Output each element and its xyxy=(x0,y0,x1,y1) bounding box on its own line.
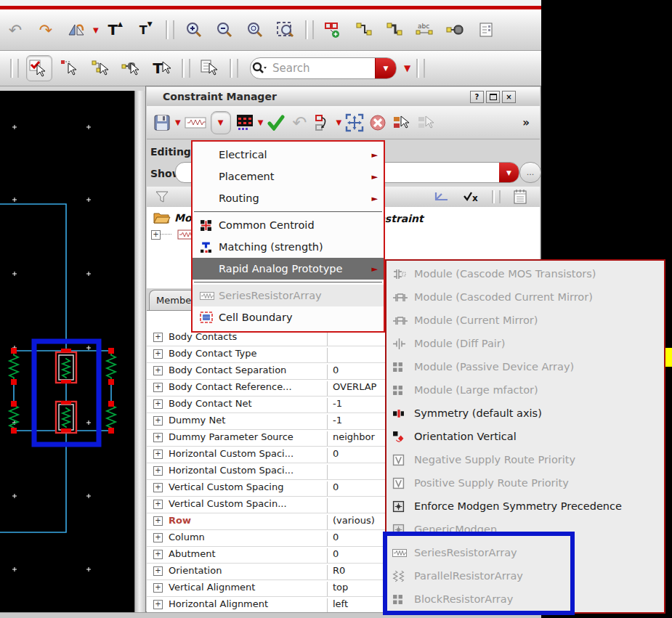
expand-icon[interactable]: + xyxy=(153,533,163,542)
toolbar-grip[interactable] xyxy=(416,59,425,78)
hierarchy-dropdown-icon[interactable]: ▼ xyxy=(336,118,341,126)
save-icon[interactable] xyxy=(153,112,171,134)
save-dropdown-icon[interactable]: ▼ xyxy=(175,118,181,126)
restore-button[interactable] xyxy=(486,91,500,103)
zoom-out-icon[interactable] xyxy=(212,17,237,42)
menu-item-electrical[interactable]: Electrical► xyxy=(193,144,384,166)
query-form-icon[interactable] xyxy=(198,56,222,81)
expand-icon[interactable]: + xyxy=(153,416,163,426)
expand-icon[interactable]: + xyxy=(153,583,163,593)
expand-icon[interactable]: + xyxy=(153,600,163,609)
search-input[interactable]: Search ▼ xyxy=(250,57,397,79)
text-smaller-button[interactable]: T ▼ xyxy=(134,17,158,42)
show-browse-button[interactable]: ... xyxy=(519,162,541,183)
zoom-fit-icon[interactable] xyxy=(243,17,267,42)
add-instance-icon[interactable] xyxy=(321,17,346,42)
create-label-icon[interactable]: abc xyxy=(413,17,437,42)
redo-icon[interactable]: ↷ xyxy=(33,17,58,42)
probe-icon[interactable] xyxy=(443,17,468,42)
expand-icon[interactable]: + xyxy=(153,550,163,559)
selected-instance-box-1[interactable] xyxy=(56,352,76,383)
stop-icon[interactable] xyxy=(368,112,387,134)
revert-icon[interactable]: ↶ xyxy=(290,112,309,134)
create-bus-icon[interactable] xyxy=(382,17,407,42)
submenu-item-module-diff-pair[interactable]: Module (Diff Pair) xyxy=(386,332,664,355)
create-wire-icon[interactable] xyxy=(352,17,376,42)
tree-expand-icon[interactable]: + xyxy=(151,230,161,240)
undo-icon[interactable]: ↶ xyxy=(3,17,28,42)
menu-item-common-centroid[interactable]: Common Centroid xyxy=(193,214,384,236)
expand-icon[interactable]: + xyxy=(153,366,163,375)
submenu-item-module-cascoded-current-mirror[interactable]: Module (Cascoded Current Mirror) xyxy=(386,285,664,309)
common-centroid-button[interactable] xyxy=(235,112,254,134)
expand-icon[interactable]: + xyxy=(153,399,163,409)
expand-icon[interactable]: + xyxy=(153,500,163,509)
zoom-to-fit-icon[interactable] xyxy=(345,112,364,134)
select-object-icon[interactable] xyxy=(58,56,83,81)
panel-splitter[interactable] xyxy=(134,91,146,612)
submenu-item-module-large-mfactor[interactable]: Module (Large mfactor) xyxy=(386,378,664,402)
menu-item-label: Matching (strength) xyxy=(219,241,378,253)
selected-instance-box-2[interactable] xyxy=(56,402,76,433)
submenu-item-orientation-vertical[interactable]: Orientation Vertical xyxy=(386,425,664,448)
menu-separator xyxy=(194,282,382,282)
menu-item-matching-strength[interactable]: Matching (strength) xyxy=(193,236,384,258)
menu-item-seriesresistorarray[interactable]: SeriesResistorArray xyxy=(193,285,384,306)
validate-icon[interactable]: x xyxy=(460,188,485,206)
constraint-manager-titlebar[interactable]: Constraint Manager ? × xyxy=(147,87,540,107)
expand-icon[interactable]: + xyxy=(153,566,163,576)
properties-form-icon[interactable] xyxy=(474,17,498,42)
prototype-dropdown-button[interactable]: ▼ xyxy=(211,111,231,134)
more-tools-chevron[interactable]: » xyxy=(517,112,535,134)
select-net-icon[interactable] xyxy=(119,56,144,81)
filter-funnel-icon[interactable] xyxy=(150,188,174,206)
centroid-dropdown-icon[interactable]: ▼ xyxy=(258,118,264,126)
toolbar-grip[interactable] xyxy=(230,59,238,78)
apply-check-icon[interactable] xyxy=(267,112,286,134)
checkbox-v-icon xyxy=(392,476,414,489)
expand-icon[interactable]: + xyxy=(153,483,163,492)
close-button[interactable]: × xyxy=(502,91,516,103)
select-mode-icon[interactable] xyxy=(26,55,52,81)
axes-icon[interactable] xyxy=(429,188,454,206)
submenu-item-positive-supply-route-priority[interactable]: Positive Supply Route Priority xyxy=(386,471,664,495)
menu-item-cell-boundary[interactable]: Cell Boundary xyxy=(193,306,384,328)
schematic-canvas[interactable] xyxy=(0,91,134,612)
expand-icon[interactable]: + xyxy=(153,466,163,476)
submenu-item-module-cascode-mos-transistors[interactable]: Module (Cascode MOS Transistors) xyxy=(386,262,664,285)
show-dropdown-icon[interactable]: ▼ xyxy=(499,163,519,182)
submenu-item-symmetry-default-axis[interactable]: Symmetry (default axis) xyxy=(386,402,664,425)
zoom-selected-icon[interactable] xyxy=(273,17,298,42)
blocks-icon xyxy=(392,360,414,373)
mirror-icon[interactable] xyxy=(64,17,89,42)
submenu-item-label: Negative Supply Route Priority xyxy=(414,454,575,465)
expand-icon[interactable]: + xyxy=(153,349,163,359)
find-next-icon[interactable] xyxy=(416,112,437,134)
menu-item-rapid-analog-prototype[interactable]: Rapid Analog Prototype► xyxy=(193,258,384,280)
menu-item-placement[interactable]: Placement► xyxy=(193,166,384,187)
menu-item-routing[interactable]: Routing► xyxy=(193,187,384,209)
submenu-item-module-current-mirror[interactable]: Module (Current Mirror) xyxy=(386,309,664,332)
zoom-in-icon[interactable] xyxy=(182,17,206,42)
mirror-dropdown-icon[interactable]: ▼ xyxy=(93,26,99,34)
expand-icon[interactable]: + xyxy=(153,516,163,526)
expand-icon[interactable]: + xyxy=(153,433,163,442)
toolbar-grip[interactable] xyxy=(10,59,19,78)
search-options-dropdown-icon[interactable]: ▼ xyxy=(404,63,410,73)
hierarchy-icon[interactable] xyxy=(313,112,332,134)
find-constraint-icon[interactable] xyxy=(392,112,412,134)
submenu-item-module-passive-device-array[interactable]: Module (Passive Device Array) xyxy=(386,355,664,378)
submenu-item-negative-supply-route-priority[interactable]: Negative Supply Route Priority xyxy=(386,448,664,471)
select-wire-icon[interactable] xyxy=(89,56,113,81)
expand-icon[interactable]: + xyxy=(153,333,163,342)
help-button[interactable]: ? xyxy=(470,91,484,103)
search-dropdown-button[interactable]: ▼ xyxy=(375,58,396,78)
submenu-item-enforce-modgen-symmetry-precedence[interactable]: Enforce Modgen Symmetry Precedence xyxy=(386,495,664,518)
expand-icon[interactable]: + xyxy=(153,450,163,459)
series-resistor-array-button[interactable] xyxy=(185,112,206,134)
select-text-icon[interactable]: T xyxy=(150,56,174,81)
text-larger-button[interactable]: T ▲ xyxy=(103,17,128,42)
notes-icon[interactable] xyxy=(508,188,533,206)
tab-members[interactable]: Members xyxy=(149,290,195,310)
expand-icon[interactable]: + xyxy=(153,383,163,392)
